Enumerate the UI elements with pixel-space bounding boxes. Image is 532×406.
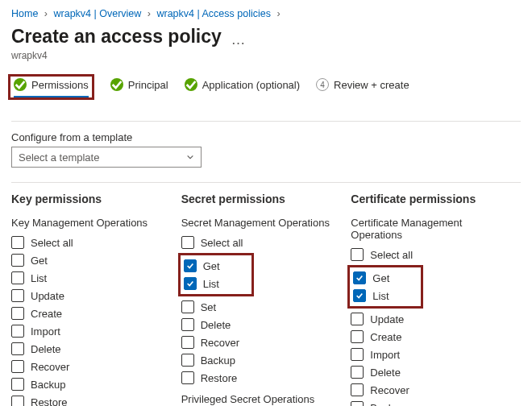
row-secret-backup: Backup bbox=[181, 351, 340, 369]
step-application[interactable]: Application (optional) bbox=[185, 78, 300, 96]
label: Get bbox=[372, 272, 389, 284]
checkbox-key-select-all[interactable] bbox=[11, 236, 24, 249]
checkbox-secret-backup[interactable] bbox=[181, 354, 194, 367]
row-cert-get: Get bbox=[353, 269, 418, 287]
subhead-secret-mgmt: Secret Management Operations bbox=[181, 217, 340, 229]
checkbox-key-get[interactable] bbox=[11, 254, 24, 267]
row-cert-select-all: Select all bbox=[351, 246, 509, 263]
chevron-right-icon: › bbox=[148, 8, 151, 19]
highlight-permissions: Permissions bbox=[8, 74, 94, 100]
checkbox-secret-delete[interactable] bbox=[181, 318, 194, 331]
divider bbox=[11, 121, 521, 122]
row-key-restore: Restore bbox=[11, 393, 170, 406]
more-icon[interactable]: … bbox=[231, 31, 245, 48]
label: Recover bbox=[201, 337, 239, 349]
col-title-cert: Certificate permissions bbox=[351, 193, 509, 205]
checkbox-cert-recover[interactable] bbox=[351, 383, 364, 396]
row-key-list: List bbox=[11, 269, 170, 287]
checkbox-cert-get[interactable] bbox=[353, 271, 366, 284]
subhead-cert-mgmt: Certificate Management Operations bbox=[351, 217, 509, 241]
label: Backup bbox=[201, 354, 235, 367]
breadcrumb-home[interactable]: Home bbox=[11, 8, 38, 19]
label: Update bbox=[370, 313, 404, 325]
label: Delete bbox=[201, 319, 231, 331]
row-key-select-all: Select all bbox=[11, 234, 170, 251]
page-title: Create an access policy bbox=[11, 26, 222, 48]
highlight-secret-get-list: Get List bbox=[178, 253, 254, 296]
breadcrumb: Home › wrapkv4 | Overview › wrapkv4 | Ac… bbox=[11, 8, 521, 19]
label: Update bbox=[31, 290, 64, 302]
row-secret-select-all: Select all bbox=[181, 234, 340, 251]
template-placeholder: Select a template bbox=[19, 151, 99, 164]
checkbox-secret-list[interactable] bbox=[184, 277, 197, 290]
checkbox-cert-select-all[interactable] bbox=[351, 248, 364, 261]
checkbox-cert-list[interactable] bbox=[353, 289, 366, 302]
label: Select all bbox=[370, 249, 413, 261]
checkbox-secret-select-all[interactable] bbox=[181, 236, 194, 249]
step-number-icon: 4 bbox=[316, 78, 329, 91]
step-principal[interactable]: Principal bbox=[110, 78, 168, 96]
checkbox-key-update[interactable] bbox=[11, 289, 24, 302]
label: Create bbox=[31, 308, 62, 320]
col-title-secret: Secret permissions bbox=[181, 193, 340, 205]
label: Recover bbox=[370, 384, 409, 396]
checkbox-cert-update[interactable] bbox=[351, 313, 364, 325]
template-select[interactable]: Select a template bbox=[11, 147, 202, 168]
row-secret-recover: Recover bbox=[181, 334, 340, 351]
row-secret-delete: Delete bbox=[181, 316, 340, 334]
checkbox-secret-get[interactable] bbox=[184, 259, 197, 272]
checkbox-cert-delete[interactable] bbox=[351, 366, 364, 379]
row-secret-list: List bbox=[184, 275, 248, 292]
step-label: Application (optional) bbox=[202, 79, 300, 91]
check-circle-icon bbox=[185, 78, 197, 91]
row-cert-update: Update bbox=[351, 310, 509, 328]
label: Select all bbox=[201, 237, 243, 249]
label: List bbox=[372, 290, 389, 302]
col-key-permissions: Key permissions Key Management Operation… bbox=[11, 193, 181, 406]
chevron-down-icon bbox=[186, 153, 194, 161]
step-label: Principal bbox=[128, 79, 168, 91]
checkbox-cert-import[interactable] bbox=[351, 348, 364, 361]
step-label: Review + create bbox=[334, 79, 409, 91]
row-secret-restore: Restore bbox=[181, 369, 340, 387]
row-secret-set: Set bbox=[181, 298, 340, 316]
checkbox-secret-recover[interactable] bbox=[181, 336, 194, 349]
step-review[interactable]: 4 Review + create bbox=[316, 78, 409, 96]
checkbox-secret-set[interactable] bbox=[181, 300, 194, 313]
label: Import bbox=[31, 325, 60, 338]
label: Import bbox=[370, 349, 400, 361]
chevron-right-icon: › bbox=[44, 8, 48, 19]
check-circle-icon bbox=[14, 78, 27, 91]
row-cert-recover: Recover bbox=[351, 381, 509, 399]
label: Backup bbox=[370, 402, 405, 406]
checkbox-key-restore[interactable] bbox=[11, 396, 24, 406]
checkbox-key-delete[interactable] bbox=[11, 342, 24, 355]
highlight-cert-get-list: Get List bbox=[347, 265, 423, 309]
col-secret-permissions: Secret permissions Secret Management Ope… bbox=[181, 193, 351, 406]
col-title-key: Key permissions bbox=[11, 193, 170, 205]
label: Create bbox=[370, 331, 401, 343]
row-key-backup: Backup bbox=[11, 375, 170, 393]
checkbox-key-import[interactable] bbox=[11, 325, 24, 338]
label: Delete bbox=[31, 343, 61, 355]
checkbox-key-create[interactable] bbox=[11, 307, 24, 320]
checkbox-key-backup[interactable] bbox=[11, 378, 24, 391]
step-permissions[interactable]: Permissions bbox=[14, 78, 89, 97]
label: Backup bbox=[31, 379, 65, 391]
row-key-get: Get bbox=[11, 251, 170, 269]
label: Get bbox=[203, 260, 220, 272]
label: Restore bbox=[201, 372, 238, 384]
col-cert-permissions: Certificate permissions Certificate Mana… bbox=[351, 193, 521, 406]
checkbox-key-list[interactable] bbox=[11, 271, 24, 284]
breadcrumb-policies[interactable]: wrapkv4 | Access policies bbox=[156, 8, 271, 19]
wizard-steps: Permissions Principal Application (optio… bbox=[11, 74, 521, 100]
breadcrumb-overview[interactable]: wrapkv4 | Overview bbox=[53, 8, 141, 19]
checkbox-cert-create[interactable] bbox=[351, 330, 364, 343]
label: List bbox=[31, 272, 47, 284]
checkbox-cert-backup[interactable] bbox=[351, 401, 364, 406]
checkbox-key-recover[interactable] bbox=[11, 360, 24, 373]
row-key-update: Update bbox=[11, 287, 170, 304]
checkbox-secret-restore[interactable] bbox=[181, 371, 194, 384]
row-cert-delete: Delete bbox=[351, 363, 509, 381]
row-key-recover: Recover bbox=[11, 358, 170, 375]
